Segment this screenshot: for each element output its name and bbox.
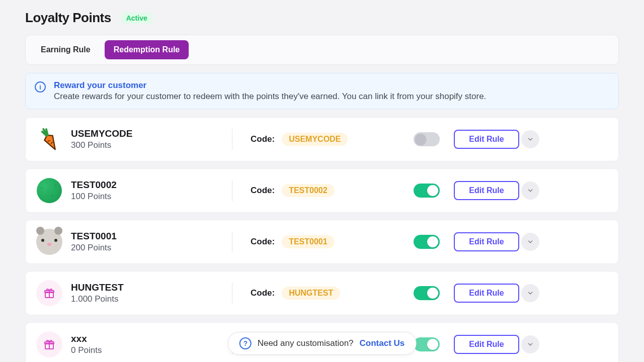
code-pill: HUNGTEST bbox=[282, 287, 340, 300]
code-wrap: Code:HUNGTEST bbox=[232, 287, 414, 300]
edit-rule-button[interactable]: Edit Rule bbox=[454, 181, 519, 200]
expand-button[interactable] bbox=[521, 335, 539, 353]
help-text: Need any customisation? bbox=[258, 338, 354, 348]
tab-earning-rule[interactable]: Earning Rule bbox=[32, 40, 100, 59]
edit-rule-button[interactable]: Edit Rule bbox=[454, 284, 519, 303]
rule-card: USEMYCODE 300 Points Code:USEMYCODE Edit… bbox=[25, 117, 619, 161]
rule-points: 100 Points bbox=[71, 192, 232, 202]
rule-points: 300 Points bbox=[71, 140, 232, 150]
enable-toggle[interactable] bbox=[414, 184, 440, 198]
tab-redemption-rule[interactable]: Redemption Rule bbox=[105, 40, 189, 59]
gift-icon bbox=[36, 331, 63, 358]
info-icon: i bbox=[35, 81, 46, 93]
info-text: Create rewards for your customer to rede… bbox=[54, 92, 486, 102]
rule-card: HUNGTEST 1.000 Points Code:HUNGTEST Edit… bbox=[25, 271, 619, 315]
code-wrap: Code:USEMYCODE bbox=[232, 133, 414, 146]
rule-points: 0 Points bbox=[71, 345, 232, 355]
rule-card: TEST0001 200 Points Code:TEST0001 Edit R… bbox=[25, 220, 619, 264]
code-label: Code: bbox=[251, 134, 275, 144]
status-badge: Active bbox=[121, 13, 152, 24]
rule-name: xxx bbox=[71, 333, 232, 344]
expand-button[interactable] bbox=[521, 130, 539, 148]
code-pill: TEST0002 bbox=[282, 184, 334, 197]
tabs: Earning Rule Redemption Rule bbox=[25, 35, 619, 65]
rule-info: TEST0001 200 Points bbox=[71, 231, 232, 253]
rule-name: TEST0002 bbox=[71, 179, 232, 191]
edit-rule-button[interactable]: Edit Rule bbox=[454, 130, 519, 149]
carrot-icon bbox=[36, 126, 63, 153]
page-title: Loyalty Points bbox=[25, 10, 111, 26]
edit-rule-button[interactable]: Edit Rule bbox=[454, 232, 519, 251]
code-label: Code: bbox=[251, 237, 275, 247]
code-wrap: Code:TEST0001 bbox=[232, 235, 414, 248]
info-banner: i Reward your customer Create rewards fo… bbox=[25, 73, 619, 109]
enable-toggle[interactable] bbox=[414, 337, 440, 351]
code-pill: TEST0001 bbox=[282, 235, 334, 248]
rule-points: 200 Points bbox=[71, 243, 232, 253]
rule-card: TEST0002 100 Points Code:TEST0002 Edit R… bbox=[25, 168, 619, 213]
enable-toggle[interactable] bbox=[414, 132, 440, 146]
rule-name: USEMYCODE bbox=[71, 128, 232, 139]
contact-us-link[interactable]: Contact Us bbox=[360, 338, 405, 348]
green-icon bbox=[36, 177, 63, 204]
rule-name: HUNGTEST bbox=[71, 282, 232, 293]
code-label: Code: bbox=[251, 288, 275, 298]
help-icon: ? bbox=[239, 337, 252, 349]
enable-toggle[interactable] bbox=[414, 286, 440, 300]
rule-name: TEST0001 bbox=[71, 231, 232, 242]
rule-info: xxx 0 Points bbox=[71, 333, 232, 355]
info-title: Reward your customer bbox=[54, 80, 486, 90]
hamster-icon bbox=[36, 228, 63, 255]
gift-icon bbox=[36, 280, 63, 307]
code-wrap: Code:TEST0002 bbox=[232, 184, 414, 197]
rule-info: USEMYCODE 300 Points bbox=[71, 128, 232, 150]
code-pill: USEMYCODE bbox=[282, 133, 348, 146]
rule-points: 1.000 Points bbox=[71, 294, 232, 304]
rule-info: HUNGTEST 1.000 Points bbox=[71, 282, 232, 304]
rule-info: TEST0002 100 Points bbox=[71, 179, 232, 202]
expand-button[interactable] bbox=[521, 233, 539, 251]
help-pill: ? Need any customisation? Contact Us bbox=[228, 332, 417, 355]
edit-rule-button[interactable]: Edit Rule bbox=[454, 335, 519, 354]
expand-button[interactable] bbox=[521, 284, 539, 302]
code-label: Code: bbox=[251, 186, 275, 196]
enable-toggle[interactable] bbox=[414, 235, 440, 249]
expand-button[interactable] bbox=[521, 182, 539, 200]
